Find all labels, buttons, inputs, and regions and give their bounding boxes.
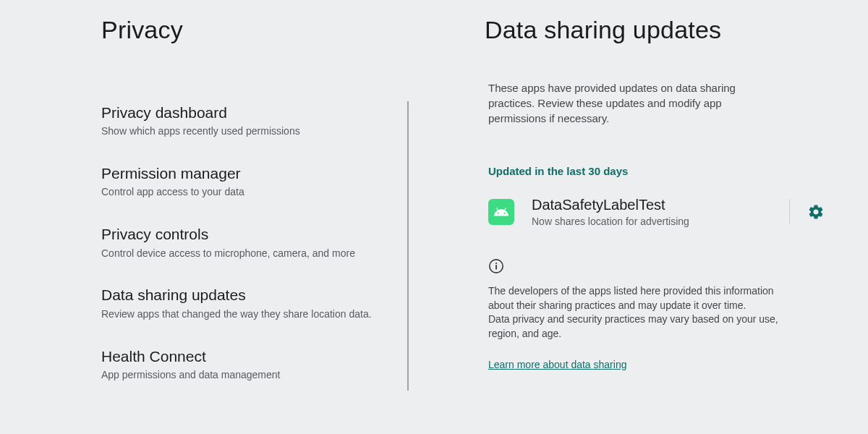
page-title-privacy: Privacy bbox=[101, 16, 438, 44]
setting-title: Permission manager bbox=[101, 164, 394, 183]
app-row-separator bbox=[789, 199, 790, 225]
info-icon bbox=[488, 258, 504, 274]
setting-title: Privacy dashboard bbox=[101, 103, 394, 122]
setting-title: Privacy controls bbox=[101, 225, 394, 244]
panel-divider bbox=[407, 101, 409, 391]
setting-title: Health Connect bbox=[101, 347, 394, 366]
app-info: DataSafetyLabelTest Now shares location … bbox=[532, 196, 772, 228]
info-block: The developers of the apps listed here p… bbox=[488, 258, 825, 370]
app-row[interactable]: DataSafetyLabelTest Now shares location … bbox=[488, 196, 825, 228]
data-sharing-panel: Data sharing updates These apps have pro… bbox=[438, 0, 868, 434]
privacy-controls-item[interactable]: Privacy controls Control device access t… bbox=[101, 225, 438, 260]
health-connect-item[interactable]: Health Connect App permissions and data … bbox=[101, 347, 438, 382]
app-icon bbox=[488, 199, 514, 225]
setting-title: Data sharing updates bbox=[101, 286, 394, 305]
app-sub: Now shares location for advertising bbox=[532, 215, 691, 228]
setting-sub: Control device access to microphone, cam… bbox=[101, 247, 394, 260]
setting-sub: Control app access to your data bbox=[101, 185, 394, 199]
info-text-1: The developers of the apps listed here p… bbox=[488, 284, 799, 312]
app-name: DataSafetyLabelTest bbox=[532, 196, 772, 213]
gear-icon[interactable] bbox=[807, 203, 825, 221]
setting-sub: Review apps that changed the way they sh… bbox=[101, 307, 394, 321]
privacy-panel: Privacy Privacy dashboard Show which app… bbox=[0, 0, 438, 434]
permission-manager-item[interactable]: Permission manager Control app access to… bbox=[101, 164, 438, 199]
intro-text: These apps have provided updates on data… bbox=[488, 80, 778, 126]
info-text-2: Data privacy and security practices may … bbox=[488, 312, 799, 341]
privacy-dashboard-item[interactable]: Privacy dashboard Show which apps recent… bbox=[101, 103, 438, 138]
page-title-data-sharing: Data sharing updates bbox=[485, 16, 825, 44]
android-icon bbox=[493, 204, 509, 220]
svg-rect-1 bbox=[495, 265, 497, 269]
svg-rect-2 bbox=[495, 263, 497, 264]
data-sharing-updates-item[interactable]: Data sharing updates Review apps that ch… bbox=[101, 286, 438, 320]
section-heading: Updated in the last 30 days bbox=[488, 165, 825, 177]
setting-sub: Show which apps recently used permission… bbox=[101, 124, 394, 138]
setting-sub: App permissions and data management bbox=[101, 368, 394, 382]
learn-more-link[interactable]: Learn more about data sharing bbox=[488, 359, 825, 370]
